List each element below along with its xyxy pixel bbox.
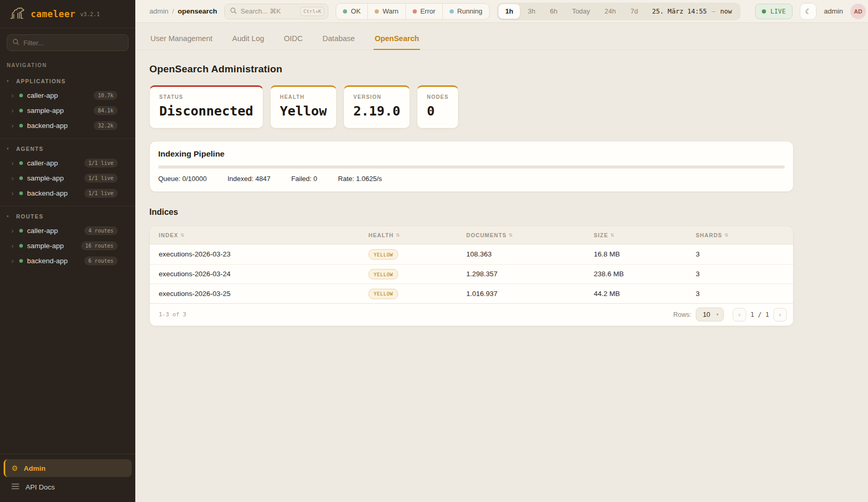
health-status-badge: YELLOW: [368, 289, 398, 299]
tab-oidc[interactable]: OIDC: [283, 30, 304, 50]
sidebar-item-applications-sample-app[interactable]: › sample-app 84.1k: [0, 103, 135, 118]
caret-down-icon: ▾: [7, 79, 11, 83]
indices-title: Indices: [149, 208, 794, 217]
sidebar-item-routes-backend-app[interactable]: › backend-app 6 routes: [0, 253, 135, 268]
sidebar-filter[interactable]: [7, 34, 129, 51]
table-row: executions-2026-03-25 YELLOW 1.016.937 4…: [150, 284, 793, 303]
moon-icon: ☾: [805, 7, 812, 16]
column-header-index[interactable]: INDEX⇅: [159, 232, 368, 238]
date-from: 25. März 14:55: [652, 7, 707, 15]
pipeline-queue: Queue: 0/10000: [158, 175, 207, 183]
sidebar-item-routes-caller-app[interactable]: › caller-app 4 routes: [0, 223, 135, 238]
pipeline-progress-bar: [158, 165, 785, 169]
avatar[interactable]: AD: [850, 4, 866, 19]
time-range-3h[interactable]: 3h: [521, 4, 542, 19]
table-header-row: INDEX⇅ HEALTH⇅ DOCUMENTS⇅ SIZE⇅ SHARDS⇅: [150, 226, 793, 244]
status-card: STATUS Disconnected: [149, 85, 263, 128]
theme-toggle-button[interactable]: ☾: [800, 3, 816, 20]
tab-opensearch[interactable]: OpenSearch: [374, 30, 420, 50]
sidebar-item-agents-backend-app[interactable]: › backend-app 1/1 live: [0, 186, 135, 201]
shards-count: 3: [696, 270, 793, 278]
chevron-left-icon: ‹: [738, 311, 741, 318]
chevron-right-icon: ›: [11, 160, 15, 166]
breadcrumb-admin[interactable]: admin: [149, 7, 169, 15]
filter-chip-running[interactable]: Running: [442, 4, 489, 19]
status-dot-green: [19, 191, 23, 195]
column-header-shards[interactable]: SHARDS⇅: [696, 232, 793, 238]
page-title: OpenSearch Administration: [149, 63, 794, 75]
nodes-value: 0: [427, 104, 449, 119]
time-range-1h[interactable]: 1h: [499, 4, 520, 19]
status-dot-green: [19, 161, 23, 165]
breadcrumb-opensearch: opensearch: [178, 7, 218, 15]
chevron-right-icon: ›: [11, 258, 15, 264]
shards-count: 3: [696, 250, 793, 258]
global-search-input[interactable]: Search... ⌘K Ctrl+K: [224, 4, 328, 19]
sidebar-item-admin[interactable]: ⚙ Admin: [4, 459, 132, 477]
section-header-agents[interactable]: ▾ AGENTS: [0, 142, 135, 156]
count-badge: 32.2k: [94, 121, 118, 130]
count-badge: 84.1k: [94, 106, 118, 115]
health-card: HEALTH Yellow: [270, 85, 337, 128]
section-agents: ▾ AGENTS › caller-app 1/1 live › sample-…: [0, 138, 135, 206]
warn-dot-icon: [375, 9, 379, 14]
sort-icon: ⇅: [181, 233, 185, 238]
index-name: executions-2026-03-25: [150, 290, 368, 298]
stat-cards-row: STATUS Disconnected HEALTH Yellow VERSIO…: [149, 85, 794, 128]
sidebar-item-applications-caller-app[interactable]: › caller-app 10.7k: [0, 88, 135, 103]
index-name: executions-2026-03-24: [150, 270, 368, 278]
error-dot-icon: [413, 9, 417, 14]
table-footer: 1-3 of 3 Rows: 10 ▾ ‹ 1 / 1 ›: [150, 303, 793, 326]
tab-database[interactable]: Database: [322, 30, 356, 50]
search-shortcut-kbd: Ctrl+K: [300, 7, 324, 16]
table-row: executions-2026-03-23 YELLOW 108.363 16.…: [150, 244, 793, 264]
sidebar-item-agents-caller-app[interactable]: › caller-app 1/1 live: [0, 156, 135, 171]
column-header-documents[interactable]: DOCUMENTS⇅: [466, 232, 594, 238]
search-placeholder: Search... ⌘K: [240, 7, 297, 15]
section-header-applications[interactable]: ▾ APPLICATIONS: [0, 74, 135, 88]
live-badge: 1/1 live: [84, 174, 118, 183]
sidebar-item-routes-sample-app[interactable]: › sample-app 16 routes: [0, 238, 135, 253]
status-value: Disconnected: [159, 104, 253, 119]
health-status-badge: YELLOW: [368, 269, 398, 279]
routes-badge: 4 routes: [84, 226, 118, 235]
time-range-24h[interactable]: 24h: [598, 4, 623, 19]
section-header-routes[interactable]: ▾ ROUTES: [0, 210, 135, 223]
time-range-6h[interactable]: 6h: [543, 4, 564, 19]
time-range-7d[interactable]: 7d: [624, 4, 645, 19]
routes-badge: 16 routes: [81, 241, 118, 250]
index-name: executions-2026-03-23: [150, 250, 368, 258]
rows-per-page-label: Rows:: [673, 311, 692, 318]
next-page-button[interactable]: ›: [773, 308, 787, 321]
table-row: executions-2026-03-24 YELLOW 1.298.357 2…: [150, 264, 793, 284]
status-filter-group: OK Warn Error Running: [336, 3, 490, 20]
date-range-display[interactable]: 25. März 14:55 — now: [646, 7, 739, 15]
sidebar-item-api-docs[interactable]: API Docs: [4, 478, 132, 496]
breadcrumb: admin / opensearch: [149, 7, 217, 15]
status-dot-green: [19, 244, 23, 248]
column-header-health[interactable]: HEALTH⇅: [368, 232, 466, 238]
time-range-today[interactable]: Today: [565, 4, 597, 19]
filter-chip-warn[interactable]: Warn: [367, 4, 405, 19]
chevron-right-icon: ›: [11, 228, 15, 234]
chevron-right-icon: ›: [11, 123, 15, 129]
sidebar-item-agents-sample-app[interactable]: › sample-app 1/1 live: [0, 171, 135, 186]
filter-chip-error[interactable]: Error: [405, 4, 442, 19]
filter-input[interactable]: [23, 39, 123, 47]
list-icon: [11, 482, 19, 492]
indexing-pipeline-card: Indexing Pipeline Queue: 0/10000 Indexed…: [149, 141, 794, 192]
rows-per-page-select[interactable]: 10 ▾: [696, 307, 723, 321]
prev-page-button[interactable]: ‹: [733, 308, 746, 321]
sort-icon: ⇅: [395, 233, 400, 238]
sidebar-item-applications-backend-app[interactable]: › backend-app 32.2k: [0, 118, 135, 133]
filter-chip-ok[interactable]: OK: [336, 4, 367, 19]
live-toggle[interactable]: LIVE: [755, 4, 793, 19]
date-to: now: [720, 7, 732, 15]
row-range-label: 1-3 of 3: [159, 311, 673, 318]
documents-count: 108.363: [466, 250, 594, 258]
tab-audit-log[interactable]: Audit Log: [231, 30, 265, 50]
column-header-size[interactable]: SIZE⇅: [594, 232, 696, 238]
tab-user-management[interactable]: User Management: [149, 30, 213, 50]
live-badge: 1/1 live: [84, 189, 118, 198]
chevron-down-icon: ▾: [717, 312, 719, 317]
